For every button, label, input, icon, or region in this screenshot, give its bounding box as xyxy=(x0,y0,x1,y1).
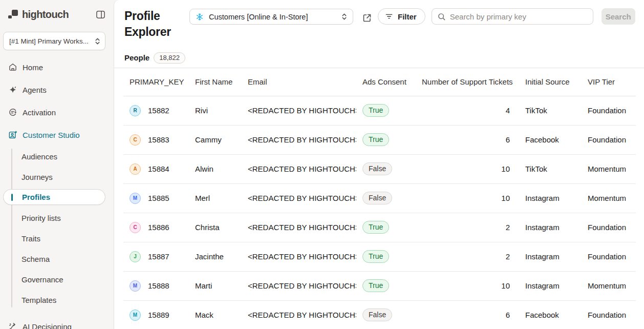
snowflake-icon xyxy=(196,13,204,21)
sidebar-item-audiences[interactable]: Audiences xyxy=(0,146,114,167)
cell-vip-tier: Foundation xyxy=(582,242,636,271)
sidebar-item-governance[interactable]: Governance xyxy=(0,269,114,290)
sidebar-item-label: Profiles xyxy=(22,193,50,201)
sidebar-item-label: Schema xyxy=(22,255,50,263)
workspace-selector[interactable]: [#1 Mint] Primary Works... xyxy=(3,32,105,50)
open-in-new-button[interactable] xyxy=(361,12,373,24)
cell-first-name: Mack xyxy=(189,300,242,329)
table-row[interactable]: M15888 Marti <REDACTED BY HIGHTOUCH> Tru… xyxy=(123,271,636,300)
chevron-updown-icon xyxy=(94,37,101,45)
sidebar-item-priority-lists[interactable]: Priority lists xyxy=(0,208,114,228)
sidebar-item-label: Governance xyxy=(22,275,63,284)
cell-email: <REDACTED BY HIGHTOUCH> xyxy=(242,125,356,154)
cell-primary-key: 15884 xyxy=(148,164,169,173)
activation-icon xyxy=(8,108,17,117)
avatar: C xyxy=(130,222,141,233)
cell-initial-source: TikTok xyxy=(519,96,582,125)
cell-initial-source: Instagram xyxy=(519,183,582,213)
cell-vip-tier: Foundation xyxy=(582,125,636,154)
sidebar-item-ai-decisioning[interactable]: AI Decisioning xyxy=(0,315,114,329)
avatar: J xyxy=(130,251,141,262)
sidebar-item-label: Priority lists xyxy=(22,214,61,222)
sidebar: hightouch [#1 Mint] Primary Works... Hom… xyxy=(0,0,114,329)
people-count-badge: 18,822 xyxy=(154,52,185,64)
ads-consent-badge: False xyxy=(362,192,392,204)
main-content: Profile Explorer Customers [Online & In-… xyxy=(114,0,644,329)
customer-studio-icon xyxy=(8,130,17,139)
cell-support-tickets: 2 xyxy=(416,242,519,271)
table-row[interactable]: J15887 Jacinthe <REDACTED BY HIGHTOUCH> … xyxy=(123,242,636,271)
cell-vip-tier: Foundation xyxy=(582,300,636,329)
sidebar-header: hightouch xyxy=(0,0,114,20)
sidebar-item-label: Audiences xyxy=(22,152,57,161)
sidebar-item-label: Agents xyxy=(23,86,47,94)
hightouch-logo-text: hightouch xyxy=(22,9,69,20)
cell-email: <REDACTED BY HIGHTOUCH> xyxy=(242,96,356,125)
table-row[interactable]: M15889 Mack <REDACTED BY HIGHTOUCH> Fals… xyxy=(123,300,636,329)
ads-consent-badge: True xyxy=(362,104,389,117)
search-icon xyxy=(437,12,446,21)
column-header-vip-tier[interactable]: VIP Tier xyxy=(582,68,636,96)
table-row[interactable]: C15883 Cammy <REDACTED BY HIGHTOUCH> Tru… xyxy=(123,125,636,154)
sidebar-item-profiles[interactable]: Profiles xyxy=(3,189,105,205)
cell-initial-source: Instagram xyxy=(519,213,582,242)
search-button[interactable]: Search xyxy=(602,8,635,25)
tabs-bar: People 18,822 xyxy=(114,48,644,68)
column-header-support-tickets[interactable]: Number of Support Tickets xyxy=(416,68,519,96)
ads-consent-badge: True xyxy=(362,250,389,263)
sidebar-item-templates[interactable]: Templates xyxy=(0,290,114,310)
ads-consent-badge: False xyxy=(362,309,392,321)
search-input[interactable] xyxy=(450,12,588,21)
cell-email: <REDACTED BY HIGHTOUCH> xyxy=(242,271,356,300)
table-row[interactable]: C15886 Christa <REDACTED BY HIGHTOUCH> T… xyxy=(123,213,636,242)
sidebar-item-home[interactable]: Home xyxy=(0,56,114,78)
collapse-sidebar-button[interactable] xyxy=(95,9,106,20)
avatar: M xyxy=(130,193,141,204)
cell-initial-source: Instagram xyxy=(519,242,582,271)
cell-email: <REDACTED BY HIGHTOUCH> xyxy=(242,300,356,329)
cell-vip-tier: Foundation xyxy=(582,96,636,125)
filter-button[interactable]: Filter xyxy=(378,8,425,25)
tab-people[interactable]: People xyxy=(124,53,149,62)
table-row[interactable]: R15882 Rivi <REDACTED BY HIGHTOUCH> True… xyxy=(123,96,636,125)
parent-model-selector[interactable]: Customers [Online & In-Store] xyxy=(189,9,353,25)
hightouch-logo[interactable]: hightouch xyxy=(8,9,69,20)
cell-primary-key: 15883 xyxy=(148,135,169,144)
sidebar-item-agents[interactable]: Agents xyxy=(0,78,114,101)
column-header-initial-source[interactable]: Initial Source xyxy=(519,68,582,96)
column-header-primary-key[interactable]: PRIMARY_KEY xyxy=(123,68,189,96)
chevron-updown-icon xyxy=(341,13,348,20)
sidebar-item-customer-studio[interactable]: Customer Studio xyxy=(0,124,114,146)
cell-first-name: Cammy xyxy=(189,125,242,154)
sidebar-item-activation[interactable]: Activation xyxy=(0,101,114,124)
sidebar-item-journeys[interactable]: Journeys xyxy=(0,167,114,187)
avatar: M xyxy=(130,310,141,321)
sidebar-item-schema[interactable]: Schema xyxy=(0,249,114,269)
cell-support-tickets: 10 xyxy=(416,271,519,300)
panel-toggle-icon xyxy=(96,10,105,19)
sidebar-item-label: Customer Studio xyxy=(23,131,80,139)
cell-primary-key: 15886 xyxy=(148,223,169,232)
avatar: R xyxy=(130,105,141,116)
column-header-ads-consent[interactable]: Ads Consent xyxy=(356,68,416,96)
cell-vip-tier: Momentum xyxy=(582,154,636,183)
workspace-selector-label: [#1 Mint] Primary Works... xyxy=(9,37,89,45)
table-row[interactable]: M15885 Merl <REDACTED BY HIGHTOUCH> Fals… xyxy=(123,183,636,213)
table-row[interactable]: A15884 Alwin <REDACTED BY HIGHTOUCH> Fal… xyxy=(123,154,636,183)
sidebar-item-label: Templates xyxy=(22,296,56,304)
column-header-first-name[interactable]: First Name xyxy=(189,68,242,96)
sidebar-item-label: AI Decisioning xyxy=(23,322,72,329)
cell-support-tickets: 10 xyxy=(416,154,519,183)
profiles-table: PRIMARY_KEY First Name Email Ads Consent… xyxy=(123,68,636,329)
branch-sparkle-icon xyxy=(8,322,17,329)
avatar: M xyxy=(130,280,141,292)
external-link-icon xyxy=(362,13,372,23)
cell-vip-tier: Foundation xyxy=(582,213,636,242)
filter-button-label: Filter xyxy=(398,12,417,21)
sidebar-item-traits[interactable]: Traits xyxy=(0,228,114,249)
home-icon xyxy=(8,63,17,72)
sparkle-icon xyxy=(8,85,17,94)
column-header-email[interactable]: Email xyxy=(242,68,356,96)
avatar: A xyxy=(130,163,141,175)
cell-primary-key: 15882 xyxy=(148,106,169,115)
